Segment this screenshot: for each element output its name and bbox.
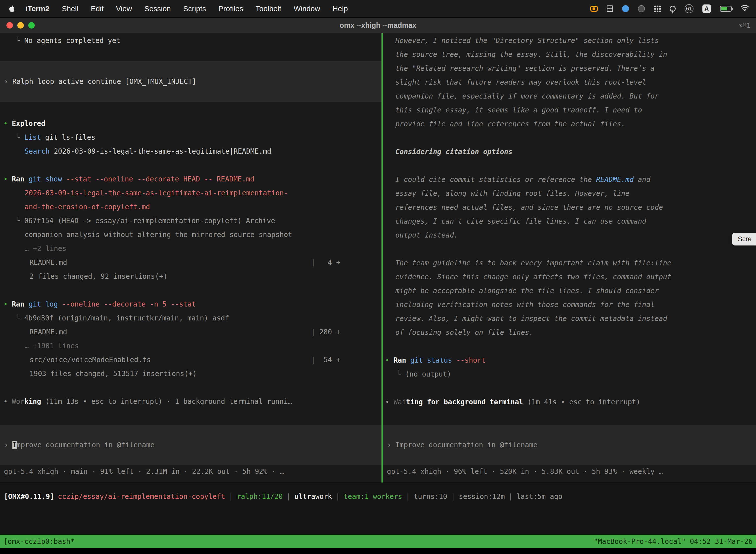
menu-session[interactable]: Session [138,4,177,13]
tmux-status-bar: [omx-cczip0:bash* "MacBook-Pro-44.local"… [0,535,756,548]
tree-glyph: └ [16,37,24,45]
left-model-status-line: gpt-5.4 xhigh · main · 91% left · 2.31M … [0,465,381,479]
readme-link[interactable]: README.md [596,175,634,184]
desktop: iTerm2 Shell Edit View Session Scripts P… [0,0,756,554]
text-cursor: I [12,441,17,449]
gap [0,102,381,117]
window-title-bar[interactable]: omx --xhigh --madmax ⌥⌘1 [0,18,756,33]
bullet-glyph: • [385,356,394,365]
ran-label: Ran [12,300,24,308]
gap [0,381,381,395]
spacer [383,409,756,425]
close-window-button[interactable] [6,22,13,29]
gap [0,158,381,172]
explored-title: Explored [12,119,45,127]
screen-recording-indicator-icon[interactable] [590,6,598,12]
minimize-window-button[interactable] [17,22,24,29]
spacer [0,408,381,425]
menu-help[interactable]: Help [326,4,354,13]
gap [383,242,756,256]
screen-notification[interactable]: Scre [732,233,756,245]
thinking-line: However, I noticed the "Directory Struct… [383,34,756,48]
window-grid-icon[interactable] [607,5,613,12]
gap [383,159,756,173]
bullet-glyph: • [385,398,394,406]
command-wrap-line: and-the-erosion-of-copyleft.md [0,200,381,214]
menu-scripts[interactable]: Scripts [177,4,212,13]
thinking-line: The team guideline is to back every impo… [383,256,756,270]
ran-git-show-header: • Ran git show --stat --oneline --decora… [0,172,381,186]
omx-status-line: [OMX#0.11.9]cczip/essay/ai-reimplementat… [0,483,756,507]
omx-session: session:12m [459,492,505,501]
thinking-heading: Considering citation options [383,145,756,159]
thinking-line: of focusing solely on file lines. [383,326,756,340]
input-placeholder-text: mprove documentation in @filename [17,441,154,449]
thinking-line: essay file, along with finding root file… [383,187,756,201]
prompt-glyph: › [4,77,12,86]
git-log-command: git log [24,300,58,308]
battery-icon[interactable] [720,6,732,12]
right-prompt-input[interactable]: › Improve documentation in @filename [383,425,756,465]
bullet-glyph: • [3,119,12,127]
no-agents-text: No agents completed yet [24,37,121,45]
input-source-icon[interactable]: A [702,4,711,13]
git-log-args: --oneline --decorate -n 5 --stat [58,300,196,308]
bullet-glyph: • [3,397,12,405]
menu-iterm2[interactable]: iTerm2 [19,4,56,13]
key-icon[interactable] [670,6,676,12]
apple-menu-icon[interactable] [7,4,17,13]
wifi-icon[interactable] [741,4,749,13]
tree-glyph: └ [16,314,24,322]
menu-edit[interactable]: Edit [84,4,110,13]
tree-glyph: └ [16,217,24,225]
git-status-command: git status [406,356,452,365]
menu-profiles[interactable]: Profiles [212,4,249,13]
omx-turns: turns:10 [414,492,447,501]
search-action-args: 2026-03-09-is-legal-the-same-as-legitima… [50,147,271,155]
explored-search-line: Search 2026-03-09-is-legal-the-same-as-l… [0,145,381,158]
dark-app-icon[interactable] [638,5,645,12]
gap [0,48,381,61]
bottom-gap [0,548,756,554]
waiting-status-line: • Waiting for background terminal (1m 41… [383,395,756,409]
git-status-output-line: └ (no output) [383,367,756,381]
git-log-output-line: └ 4b9d30f (origin/main, instructkr/main,… [0,311,381,325]
omx-last: last:5m ago [516,492,562,501]
right-terminal-pane[interactable]: However, I noticed the "Directory Struct… [383,33,756,483]
tmux-session-window: [omx-cczip0:bash* [3,537,75,546]
thinking-line: might be acceptable alongside the file l… [383,284,756,298]
list-action-label: List [24,133,41,142]
terminal-area: └ No agents completed yet › Ralph loop a… [0,33,756,483]
ran-label: Ran [394,356,406,365]
zoom-window-button[interactable] [28,22,35,29]
diff-stat-row: README.md| 280 + [0,325,381,339]
git-status-args: --short [452,356,486,365]
search-action-label: Search [24,147,50,155]
menu-bar-status-icons: 61 A [590,4,749,13]
ran-label: Ran [12,175,24,183]
menu-window[interactable]: Window [288,4,326,13]
prompt-glyph: › [4,441,12,449]
left-terminal-pane[interactable]: └ No agents completed yet › Ralph loop a… [0,33,381,483]
thinking-line: including verification notes with those … [383,298,756,312]
bullet-glyph: • [3,175,12,183]
bullet-glyph: • [3,300,12,308]
left-prompt-input[interactable]: › Improve documentation in @filename [0,425,381,465]
omx-version: [OMX#0.11.9] [4,492,54,501]
stats-badge[interactable]: 61 [685,4,693,13]
thinking-line: review. Also, I might want to inspect th… [383,312,756,326]
ralph-loop-banner: › Ralph loop active continue [OMX_TMUX_I… [0,61,381,102]
diff-summary-row: 2 files changed, 92 insertions(+) [0,270,381,283]
command-wrap-line: 2026-03-09-is-legal-the-same-as-legitima… [0,186,381,200]
ran-git-status-header: • Ran git status --short [383,353,756,367]
menu-shell[interactable]: Shell [56,4,84,13]
thinking-line: companion file, especially if more comme… [383,89,756,103]
menu-view[interactable]: View [110,4,138,13]
omx-team: team:1 workers [343,492,402,501]
omx-mode: ultrawork [295,492,332,501]
traffic-lights [0,22,35,29]
blue-app-icon[interactable] [622,5,629,12]
menu-toolbelt[interactable]: Toolbelt [250,4,288,13]
dots-grid-icon[interactable] [654,5,661,12]
more-lines-indicator: … +1901 lines [0,339,381,353]
